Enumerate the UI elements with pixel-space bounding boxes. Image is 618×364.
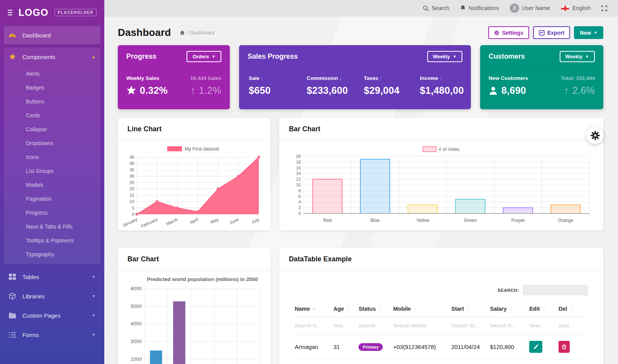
- sales-total-metric: 10,444 Sales ↑1.2%: [190, 75, 221, 96]
- svg-text:Red: Red: [323, 218, 331, 223]
- arrow-up-icon: ↑: [564, 85, 569, 96]
- line-chart: 051015202530354045JanuaryFebruaryMarchAp…: [118, 141, 270, 237]
- sidebar: LOGO PLACEHOLDER DashboardComponents▲Ale…: [0, 0, 104, 364]
- filter-input-age[interactable]: [333, 317, 356, 334]
- svg-text:16: 16: [296, 166, 301, 170]
- svg-text:5000: 5000: [131, 303, 142, 309]
- datatable-title: DataTable Example: [289, 255, 352, 263]
- topbar-language[interactable]: English: [561, 5, 591, 11]
- svg-text:35: 35: [129, 168, 134, 172]
- svg-text:0: 0: [132, 212, 134, 217]
- filter-input-edit[interactable]: [529, 317, 555, 334]
- language-label: English: [572, 5, 591, 11]
- filter-input-mobile[interactable]: [393, 317, 445, 334]
- sort-icon[interactable]: ↑↓: [379, 307, 381, 311]
- column-header-age[interactable]: Age↑↓: [333, 301, 358, 317]
- sidebar-subitem-buttons[interactable]: Buttons: [4, 95, 100, 108]
- fullscreen-button[interactable]: [601, 5, 607, 11]
- column-header-start[interactable]: Start↑↓: [451, 301, 490, 317]
- sort-icon[interactable]: ↑↓: [313, 307, 316, 311]
- topbar-notifications[interactable]: Notifications: [460, 5, 499, 11]
- menu-toggle-icon[interactable]: [8, 8, 12, 17]
- sidebar-item-label: Dashboard: [22, 32, 51, 39]
- sidebar-subitem-dropdowns[interactable]: Dropdowns: [4, 136, 100, 150]
- column-header-name[interactable]: Name↑↓: [295, 301, 333, 317]
- page-header: Dashboard / Dashboard Settings Export: [118, 26, 603, 39]
- arrow-down-icon: ↓: [340, 75, 342, 81]
- filter-input-salary[interactable]: [490, 317, 525, 334]
- fullscreen-icon: [601, 5, 607, 11]
- sidebar-subitem-pagination[interactable]: Pagination: [4, 192, 100, 206]
- topbar-search[interactable]: Search: [423, 5, 449, 11]
- sidebar-item-dashboard[interactable]: Dashboard: [4, 26, 100, 44]
- sidebar-subitem-progress[interactable]: Progress: [4, 206, 100, 220]
- sidebar-subitem-tooltips-popovers[interactable]: Tooltips & Popovers: [4, 234, 100, 247]
- cell-age: 31: [333, 337, 358, 357]
- sort-icon[interactable]: ↑↓: [467, 307, 469, 311]
- column-header-salary[interactable]: Salary↑↓: [490, 301, 529, 317]
- svg-text:My First dataset: My First dataset: [185, 146, 219, 152]
- sort-icon[interactable]: ↑↓: [414, 307, 416, 311]
- delete-button[interactable]: [559, 341, 570, 353]
- sidebar-subitem-collapse[interactable]: Collapse: [4, 122, 100, 136]
- column-header-edit[interactable]: Edit↑↓: [529, 301, 559, 317]
- column-header-status[interactable]: Status↑↓: [358, 301, 393, 317]
- customers-weekly-filter-button[interactable]: Weekly▼: [560, 51, 595, 62]
- edit-button[interactable]: [529, 341, 542, 353]
- sort-icon[interactable]: ↑↓: [510, 307, 512, 311]
- sales-weekly-filter-button[interactable]: Weekly▼: [427, 51, 462, 62]
- svg-text:5: 5: [132, 206, 134, 210]
- svg-text:4: 4: [298, 200, 301, 204]
- votes-bar-chart-card: Bar Chart 02468101214161820RedBlueYellow…: [279, 118, 603, 230]
- sidebar-item-custom-pages[interactable]: Custom Pages▼: [0, 306, 104, 325]
- sidebar-subitem-alerts[interactable]: Alerts: [4, 67, 100, 81]
- sidebar-item-libraries[interactable]: Libraries▼: [0, 287, 104, 305]
- gauge-icon: [8, 32, 16, 38]
- sidebar-subitem-cards[interactable]: Cards: [4, 108, 100, 122]
- sidebar-subitem-list-groups[interactable]: List Groups: [4, 164, 100, 178]
- sort-icon[interactable]: ↑↓: [347, 307, 350, 311]
- sort-icon[interactable]: ↑↓: [543, 307, 545, 311]
- svg-text:July: July: [251, 217, 260, 225]
- sidebar-subitem-navs-tabs-pills[interactable]: Navs & Tabs & Pills: [4, 220, 100, 234]
- sidebar-subitem-badges[interactable]: Badges: [4, 81, 100, 95]
- page-content: Dashboard / Dashboard Settings Export: [104, 26, 618, 364]
- topbar-user[interactable]: User Name: [510, 3, 550, 13]
- caret-down-icon: ▼: [453, 54, 457, 59]
- table-row: Armagan31Primary+03(912364578)2011/04/24…: [295, 334, 588, 360]
- svg-text:Purple: Purple: [511, 218, 525, 223]
- filter-input-name[interactable]: [295, 317, 329, 334]
- cell-start: 2011/04/24: [451, 337, 490, 357]
- sidebar-item-components[interactable]: Components▲: [4, 47, 100, 66]
- sidebar-item-forms[interactable]: Forms▼: [0, 325, 104, 344]
- settings-button[interactable]: Settings: [488, 26, 529, 39]
- orders-filter-button[interactable]: Orders▼: [187, 51, 221, 62]
- sidebar-subitem-icons[interactable]: Icons: [4, 150, 100, 164]
- column-header-mobile[interactable]: Mobile↑↓: [393, 301, 451, 317]
- sidebar-item-tables[interactable]: Tables▼: [0, 267, 104, 286]
- arrow-up-icon: ↑: [440, 75, 442, 81]
- trash-icon: [562, 344, 567, 350]
- sidebar-subitem-typography[interactable]: Typography: [4, 247, 100, 261]
- sort-icon[interactable]: ↑↓: [570, 307, 573, 311]
- filter-input-start[interactable]: [451, 317, 486, 334]
- charts-row: Line Chart 051015202530354045JanuaryFebr…: [118, 118, 603, 230]
- line-chart-card: Line Chart 051015202530354045JanuaryFebr…: [118, 118, 270, 230]
- settings-fab[interactable]: [586, 127, 604, 144]
- progress-card-title: Progress: [126, 52, 156, 61]
- new-button[interactable]: New ▼: [574, 26, 603, 39]
- column-header-del[interactable]: Del↑↓: [559, 301, 588, 317]
- sales-metric-taxes: Taxes ↑$29,004: [364, 75, 420, 96]
- sidebar-nav: DashboardComponents▲AlertsBadgesButtonsC…: [0, 26, 104, 344]
- filter-input-del[interactable]: [559, 317, 585, 334]
- sales-progress-card: Sales Progress Weekly▼ Sale ↑$650Commiss…: [239, 45, 471, 109]
- filter-input-status[interactable]: [358, 317, 390, 334]
- components-panel: Components▲AlertsBadgesButtonsCardsColla…: [4, 47, 100, 264]
- sidebar-subitem-modals[interactable]: Modals: [4, 178, 100, 192]
- export-button[interactable]: Export: [533, 26, 570, 39]
- customers-total-metric: Total: 102,444 ↑2.6%: [561, 75, 595, 96]
- svg-text:15: 15: [129, 193, 134, 198]
- svg-text:20: 20: [129, 186, 134, 191]
- datatable-search-input[interactable]: [523, 285, 588, 295]
- chevron-up-icon: ▲: [92, 54, 96, 59]
